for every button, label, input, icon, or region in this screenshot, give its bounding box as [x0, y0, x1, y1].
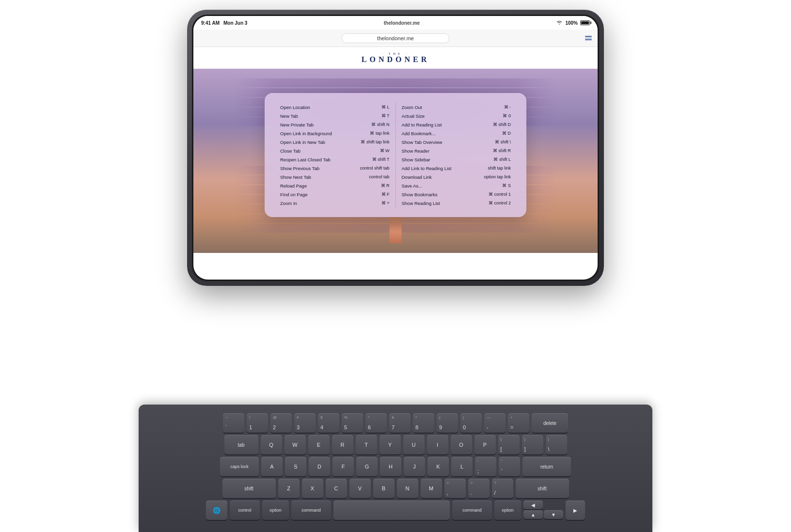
key-tilde[interactable]: ~` — [223, 413, 244, 433]
key-quote[interactable]: "' — [499, 457, 520, 476]
key-arrow-left[interactable]: ◀ — [523, 501, 543, 509]
key-s[interactable]: S — [285, 457, 306, 476]
url-display: thelondoner.me — [384, 20, 420, 26]
shortcut-open-link-bg: Open Link in Background ⌘ tap link — [280, 129, 390, 138]
key-tab[interactable]: tab — [224, 435, 258, 454]
shortcut-prev-tab: Show Previous Tab control shift tab — [280, 164, 390, 172]
key-w[interactable]: W — [285, 435, 306, 454]
keyboard-row-5: 🌐 control option command command option … — [148, 501, 643, 520]
key-arrow-up[interactable]: ▲ — [523, 510, 543, 519]
key-j[interactable]: J — [404, 457, 425, 476]
key-control-left[interactable]: control — [230, 501, 260, 520]
keyboard-row-1: ~` !1 @2 #3 $4 %5 ^6 &7 *8 (9 )0 —- += d… — [148, 413, 643, 433]
shortcut-find: Find on Page ⌘ F — [280, 190, 390, 199]
key-period[interactable]: >. — [468, 479, 490, 498]
date: Mon Jun 3 — [223, 20, 247, 26]
key-q[interactable]: Q — [261, 435, 282, 454]
key-1[interactable]: !1 — [247, 413, 268, 433]
menu-button[interactable] — [585, 36, 592, 40]
shortcut-reopen-tab: Reopen Last Closed Tab ⌘ shift T — [280, 155, 390, 164]
key-y[interactable]: Y — [380, 435, 401, 454]
key-z[interactable]: Z — [278, 479, 300, 498]
keyboard-body: ~` !1 @2 #3 $4 %5 ^6 &7 *8 (9 )0 —- += d… — [139, 405, 652, 532]
key-3[interactable]: #3 — [294, 413, 316, 433]
key-globe[interactable]: 🌐 — [206, 501, 227, 520]
key-shift-right[interactable]: shift — [516, 479, 569, 498]
key-caps-lock[interactable]: caps lock — [220, 457, 259, 476]
key-o[interactable]: O — [451, 435, 472, 454]
key-4[interactable]: $4 — [318, 413, 339, 433]
key-p[interactable]: P — [475, 435, 496, 454]
site-logo: · THE · LONDONER — [362, 52, 429, 63]
ipad-bezel: 9:41 AM Mon Jun 3 thelondoner.me — [192, 15, 599, 281]
lavender-background: Open Location ⌘ L New Tab ⌘ T New Privat… — [193, 69, 598, 253]
key-comma[interactable]: <, — [444, 479, 466, 498]
battery-icon — [580, 20, 590, 25]
key-option-right[interactable]: option — [494, 501, 521, 520]
key-return[interactable]: return — [522, 457, 571, 476]
shortcut-zoom-out: Zoom Out ⌘ - — [402, 103, 511, 111]
scene: 9:41 AM Mon Jun 3 thelondoner.me — [0, 0, 791, 532]
key-t[interactable]: T — [356, 435, 377, 454]
key-g[interactable]: G — [356, 457, 378, 476]
key-v[interactable]: V — [349, 479, 371, 498]
key-h[interactable]: H — [380, 457, 401, 476]
key-bracket-left[interactable]: {[ — [498, 435, 520, 454]
shortcut-new-private-tab: New Private Tab ⌘ shift N — [280, 120, 390, 129]
shortcut-bookmark: Add Bookmark... ⌘ D — [402, 129, 511, 138]
shortcut-zoom-in: Zoom In ⌘ + — [280, 199, 390, 207]
key-u[interactable]: U — [403, 435, 425, 454]
key-7[interactable]: &7 — [389, 413, 411, 433]
key-equals[interactable]: += — [508, 413, 529, 433]
key-f[interactable]: F — [332, 457, 354, 476]
key-space[interactable] — [333, 501, 450, 520]
shortcut-sidebar: Show Sidebar ⌘ shift L — [402, 155, 511, 164]
key-m[interactable]: M — [421, 479, 442, 498]
key-b[interactable]: B — [373, 479, 395, 498]
key-slash[interactable]: ?/ — [492, 479, 513, 498]
shortcut-next-tab: Show Next Tab control tab — [280, 172, 390, 181]
shortcuts-right-column: Zoom Out ⌘ - Actual Size ⌘ 0 Add to Read… — [396, 103, 517, 207]
key-n[interactable]: N — [397, 479, 418, 498]
key-k[interactable]: K — [427, 457, 449, 476]
keyboard-row-4: shift Z X C V B N M <, >. ?/ shift — [148, 479, 643, 498]
key-minus[interactable]: —- — [484, 413, 506, 433]
key-8[interactable]: *8 — [413, 413, 434, 433]
key-arrow-down[interactable]: ▼ — [544, 510, 563, 519]
shortcut-open-link-new: Open Link in New Tab ⌘ shift tap link — [280, 138, 390, 146]
keyboard: ~` !1 @2 #3 $4 %5 ^6 &7 *8 (9 )0 —- += d… — [139, 405, 652, 532]
key-6[interactable]: ^6 — [365, 413, 387, 433]
key-5[interactable]: %5 — [342, 413, 363, 433]
key-x[interactable]: X — [302, 479, 323, 498]
key-i[interactable]: I — [427, 435, 448, 454]
key-backslash[interactable]: |\ — [546, 435, 567, 454]
key-bracket-right[interactable]: }] — [522, 435, 543, 454]
key-shift-left[interactable]: shift — [222, 479, 276, 498]
shortcut-reader: Show Reader ⌘ shift R — [402, 146, 511, 155]
status-bar: 9:41 AM Mon Jun 3 thelondoner.me — [193, 16, 598, 30]
address-bar[interactable]: thelondoner.me — [342, 34, 449, 43]
ipad-screen: 9:41 AM Mon Jun 3 thelondoner.me — [193, 16, 598, 280]
key-c[interactable]: C — [326, 479, 347, 498]
key-arrow-right[interactable]: ▶ — [566, 501, 585, 520]
ipad-device: 9:41 AM Mon Jun 3 thelondoner.me — [187, 10, 604, 286]
key-semicolon[interactable]: :; — [475, 457, 496, 476]
key-l[interactable]: L — [451, 457, 473, 476]
key-2[interactable]: @2 — [270, 413, 292, 433]
browser-toolbar: thelondoner.me — [193, 30, 598, 47]
key-command-right[interactable]: command — [452, 501, 492, 520]
key-r[interactable]: R — [332, 435, 353, 454]
logo-main: LONDONER — [362, 56, 429, 63]
key-d[interactable]: D — [309, 457, 330, 476]
shortcuts-popup: Open Location ⌘ L New Tab ⌘ T New Privat… — [265, 93, 526, 217]
keyboard-row-2: tab Q W E R T Y U I O P {[ }] |\ — [148, 435, 643, 454]
key-option-left[interactable]: option — [262, 501, 289, 520]
key-a[interactable]: A — [261, 457, 283, 476]
shortcut-new-tab: New Tab ⌘ T — [280, 111, 390, 120]
key-9[interactable]: (9 — [437, 413, 458, 433]
key-delete[interactable]: delete — [532, 413, 568, 433]
website-content: Open Location ⌘ L New Tab ⌘ T New Privat… — [193, 69, 598, 280]
key-command-left[interactable]: command — [291, 501, 331, 520]
key-e[interactable]: E — [308, 435, 330, 454]
key-0[interactable]: )0 — [460, 413, 482, 433]
